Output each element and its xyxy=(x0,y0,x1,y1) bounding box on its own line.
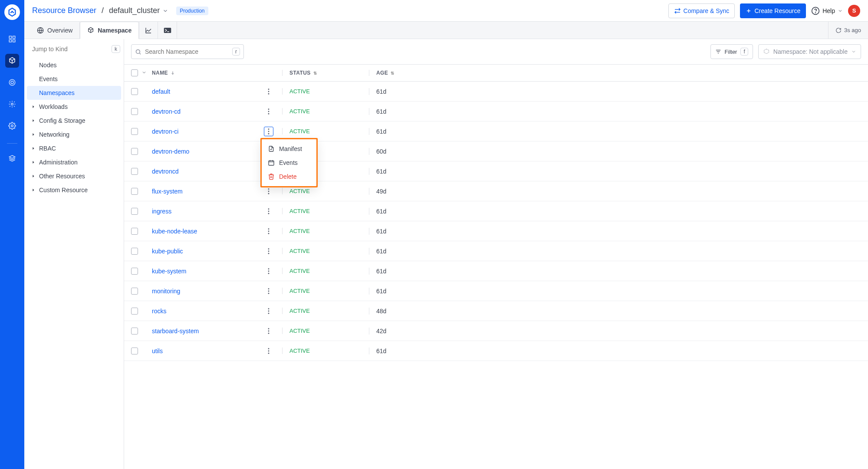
svg-point-32 xyxy=(268,89,270,90)
help-menu[interactable]: Help xyxy=(811,7,843,15)
row-checkbox[interactable] xyxy=(131,328,138,335)
terminal-icon-button[interactable] xyxy=(158,22,177,39)
sidebar-group-custom-resource[interactable]: Custom Resource xyxy=(27,183,121,197)
row-actions-button[interactable] xyxy=(264,107,273,116)
row-checkbox[interactable] xyxy=(131,168,138,175)
sort-icon: ⇅ xyxy=(313,71,317,75)
settings-icon[interactable] xyxy=(5,119,19,133)
breadcrumb-root[interactable]: Resource Browser xyxy=(32,6,96,15)
ctx-delete[interactable]: Delete xyxy=(262,170,316,184)
namespace-link[interactable]: devtron-demo xyxy=(152,148,189,155)
tab-namespace[interactable]: Namespace xyxy=(80,22,139,39)
sync-icon xyxy=(674,7,681,14)
namespace-link[interactable]: kube-public xyxy=(152,248,183,255)
cube-icon[interactable] xyxy=(5,54,19,68)
refresh-status[interactable]: 3s ago xyxy=(828,22,868,39)
row-checkbox[interactable] xyxy=(131,88,138,95)
create-resource-button[interactable]: Create Resource xyxy=(740,3,806,18)
row-actions-button[interactable] xyxy=(264,127,273,136)
namespace-link[interactable]: utils xyxy=(152,348,163,354)
compare-sync-button[interactable]: Compare & Sync xyxy=(668,3,735,18)
row-checkbox[interactable] xyxy=(131,208,138,215)
search-shortcut: r xyxy=(232,48,240,56)
svg-rect-15 xyxy=(164,28,171,33)
namespace-link[interactable]: rocks xyxy=(152,308,166,315)
namespace-link[interactable]: starboard-system xyxy=(152,328,199,335)
app-logo[interactable] xyxy=(4,4,20,20)
row-actions-button[interactable] xyxy=(264,286,273,296)
col-status-header[interactable]: STATUS ⇅ xyxy=(282,70,369,76)
row-checkbox[interactable] xyxy=(131,228,138,235)
svg-point-39 xyxy=(268,131,270,132)
chart-icon-button[interactable] xyxy=(139,22,158,39)
svg-point-13 xyxy=(815,12,816,13)
sidebar-group-config-storage[interactable]: Config & Storage xyxy=(27,114,121,128)
sidebar-group-other-resources[interactable]: Other Resources xyxy=(27,169,121,183)
row-context-menu: ManifestEventsDelete xyxy=(261,139,317,187)
namespace-link[interactable]: monitoring xyxy=(152,288,180,295)
age-cell: 61d xyxy=(369,208,447,215)
ctx-manifest[interactable]: Manifest xyxy=(262,142,316,156)
age-cell: 61d xyxy=(369,168,447,175)
row-actions-button[interactable] xyxy=(264,187,273,196)
jump-input[interactable] xyxy=(32,46,108,52)
content: r Filter f Namespace: Not applicable xyxy=(124,39,868,469)
trash-icon xyxy=(268,173,275,180)
row-actions-button[interactable] xyxy=(264,87,273,96)
row-checkbox[interactable] xyxy=(131,128,138,135)
sidebar-group-administration[interactable]: Administration xyxy=(27,155,121,169)
namespace-link[interactable]: kube-node-lease xyxy=(152,228,197,235)
terminal-icon xyxy=(164,27,171,33)
svg-point-38 xyxy=(268,128,270,130)
search-box[interactable]: r xyxy=(131,44,244,59)
sidebar-item-namespaces[interactable]: Namespaces xyxy=(27,86,121,100)
user-avatar[interactable]: S xyxy=(848,5,860,17)
row-actions-button[interactable] xyxy=(264,346,273,356)
status-cell: ACTIVE xyxy=(282,348,369,354)
namespace-link[interactable]: devtroncd xyxy=(152,168,178,175)
row-checkbox[interactable] xyxy=(131,108,138,115)
row-checkbox[interactable] xyxy=(131,248,138,255)
namespace-link[interactable]: flux-system xyxy=(152,188,183,195)
jump-to-kind[interactable]: k xyxy=(29,45,119,53)
search-input[interactable] xyxy=(145,48,229,55)
age-cell: 61d xyxy=(369,108,447,115)
svg-point-4 xyxy=(9,79,15,85)
row-checkbox[interactable] xyxy=(131,188,138,195)
expand-toggle[interactable] xyxy=(141,70,152,76)
row-actions-button[interactable] xyxy=(264,207,273,216)
stack-icon[interactable] xyxy=(5,151,19,165)
sidebar-group-workloads[interactable]: Workloads xyxy=(27,100,121,114)
row-actions-button[interactable] xyxy=(264,306,273,316)
breadcrumb-cluster[interactable]: default_cluster xyxy=(109,6,168,15)
row-checkbox[interactable] xyxy=(131,348,138,354)
namespace-link[interactable]: kube-system xyxy=(152,268,186,275)
row-actions-button[interactable] xyxy=(264,246,273,256)
sidebar-item-nodes[interactable]: Nodes xyxy=(27,58,121,72)
target-icon[interactable] xyxy=(5,75,19,89)
sidebar-group-rbac[interactable]: RBAC xyxy=(27,141,121,155)
sidebar-item-events[interactable]: Events xyxy=(27,72,121,86)
row-checkbox[interactable] xyxy=(131,268,138,275)
svg-point-62 xyxy=(268,288,270,289)
row-actions-button[interactable] xyxy=(264,266,273,276)
filter-button[interactable]: Filter f xyxy=(710,44,753,59)
namespace-link[interactable]: default xyxy=(152,88,170,95)
ctx-events[interactable]: Events xyxy=(262,156,316,170)
row-checkbox[interactable] xyxy=(131,148,138,155)
namespace-link[interactable]: devtron-ci xyxy=(152,128,178,135)
row-checkbox[interactable] xyxy=(131,288,138,295)
namespace-selector[interactable]: Namespace: Not applicable xyxy=(758,44,861,59)
col-name-header[interactable]: NAME xyxy=(152,70,282,76)
gear-outline-icon[interactable] xyxy=(5,97,19,111)
sidebar-group-networking[interactable]: Networking xyxy=(27,128,121,141)
namespace-link[interactable]: devtron-cd xyxy=(152,108,181,115)
row-actions-button[interactable] xyxy=(264,226,273,236)
select-all-checkbox[interactable] xyxy=(131,69,138,76)
namespace-link[interactable]: ingress xyxy=(152,208,171,215)
apps-icon[interactable] xyxy=(5,32,19,46)
tab-overview[interactable]: Overview xyxy=(30,22,80,39)
row-actions-button[interactable] xyxy=(264,326,273,336)
row-checkbox[interactable] xyxy=(131,308,138,315)
col-age-header[interactable]: AGE ⇅ xyxy=(369,70,447,76)
